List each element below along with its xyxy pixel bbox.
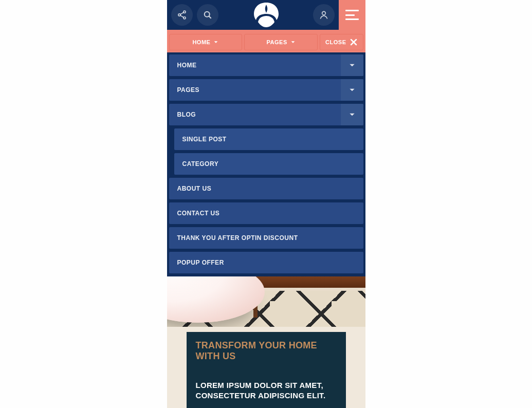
close-icon: [350, 38, 358, 46]
topbar-left-group: [171, 4, 218, 26]
user-icon: [319, 10, 329, 20]
menu-item-about-us[interactable]: ABOUT US: [169, 178, 363, 199]
search-button[interactable]: [197, 4, 218, 26]
svg-line-6: [209, 16, 211, 18]
menu-item-label: PAGES: [177, 86, 200, 94]
main-menu: HOME PAGES BLOG: [167, 52, 365, 276]
secondary-nav: HOME PAGES CLOSE: [167, 32, 365, 52]
menu-item-label: BLOG: [177, 111, 196, 118]
chevron-down-icon: [348, 86, 356, 94]
share-button[interactable]: [171, 4, 193, 26]
submenu-blog: SINGLE POST CATEGORY: [169, 128, 363, 175]
hamburger-icon: [345, 10, 359, 20]
search-icon: [203, 10, 213, 20]
svg-line-3: [180, 12, 184, 14]
expand-toggle[interactable]: [341, 104, 363, 125]
brand-logo[interactable]: [251, 1, 282, 29]
chevron-down-icon: [290, 40, 296, 45]
svg-point-5: [204, 12, 209, 17]
chevron-down-icon: [348, 111, 356, 118]
menu-item-label: HOME: [177, 62, 197, 69]
menu-toggle-button[interactable]: [339, 0, 365, 31]
close-menu-button[interactable]: CLOSE: [320, 34, 363, 50]
menu-item-home[interactable]: HOME: [169, 54, 363, 76]
chevron-down-icon: [213, 40, 218, 45]
chevron-down-icon: [348, 62, 356, 69]
menu-item-label: ABOUT US: [177, 185, 212, 192]
submenu-item-category[interactable]: CATEGORY: [174, 153, 363, 175]
content-card: TRANSFORM YOUR HOME WITH US LOREM IPSUM …: [187, 332, 346, 408]
hero-image: [167, 276, 365, 327]
menu-item-pages[interactable]: PAGES: [169, 79, 363, 101]
topbar-right-group: [313, 0, 365, 31]
menu-item-label: CONTACT US: [177, 210, 220, 217]
topbar: [167, 0, 365, 32]
share-icon: [177, 10, 187, 20]
account-button[interactable]: [313, 4, 335, 26]
svg-point-7: [322, 11, 325, 15]
tab-label: PAGES: [267, 39, 287, 45]
menu-item-label: THANK YOU AFTER OPTIN DISCOUNT: [177, 234, 298, 242]
menu-item-thank-you[interactable]: THANK YOU AFTER OPTIN DISCOUNT: [169, 227, 363, 249]
tab-label: HOME: [192, 39, 210, 45]
menu-item-label: POPUP OFFER: [177, 259, 224, 266]
menu-item-label: SINGLE POST: [182, 136, 227, 143]
close-label: CLOSE: [325, 39, 346, 45]
svg-line-4: [180, 15, 184, 17]
menu-item-popup-offer[interactable]: POPUP OFFER: [169, 252, 363, 273]
expand-toggle[interactable]: [341, 79, 363, 101]
menu-item-blog[interactable]: BLOG: [169, 104, 363, 125]
menu-item-label: CATEGORY: [182, 160, 219, 168]
headline-text: LOREM IPSUM DOLOR SIT AMET, CONSECTETUR …: [196, 380, 337, 401]
tab-pages[interactable]: PAGES: [244, 34, 318, 50]
mobile-viewport: HOME PAGES CLOSE HOME: [167, 0, 365, 408]
tab-home[interactable]: HOME: [169, 34, 243, 50]
expand-toggle[interactable]: [341, 54, 363, 76]
menu-item-contact-us[interactable]: CONTACT US: [169, 202, 363, 224]
submenu-item-single-post[interactable]: SINGLE POST: [174, 128, 363, 150]
kicker-text: TRANSFORM YOUR HOME WITH US: [196, 340, 337, 362]
content-area: TRANSFORM YOUR HOME WITH US LOREM IPSUM …: [167, 327, 365, 408]
